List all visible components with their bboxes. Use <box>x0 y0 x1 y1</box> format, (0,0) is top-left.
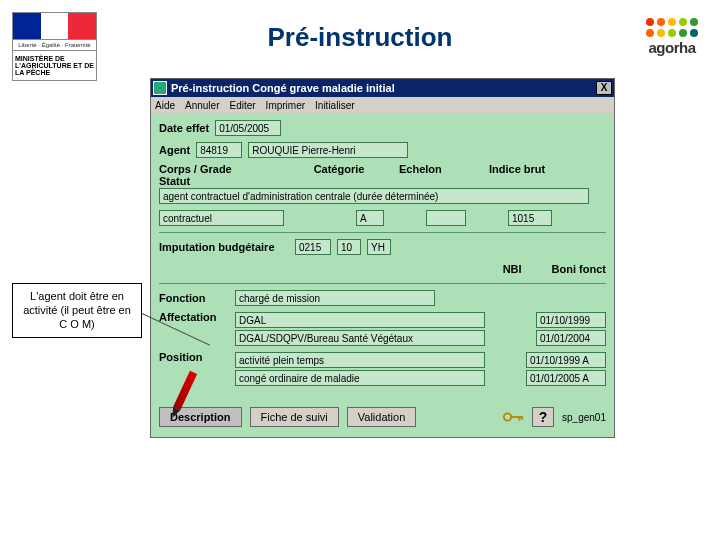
field-agent-id[interactable]: 84819 <box>196 142 242 158</box>
field-date-effet[interactable]: 01/05/2005 <box>215 120 281 136</box>
label-indice-brut: Indice brut <box>489 163 545 175</box>
field-affect1-date[interactable]: 01/10/1999 <box>536 312 606 328</box>
svg-rect-1 <box>511 416 522 418</box>
app-window: Pré-instruction Congé grave maladie init… <box>150 78 615 438</box>
field-pos1-date[interactable]: 01/10/1999 A <box>526 352 606 368</box>
label-nbi: NBI <box>503 263 522 275</box>
field-fonction[interactable]: chargé de mission <box>235 290 435 306</box>
page-title: Pré-instruction <box>0 22 720 53</box>
label-agent: Agent <box>159 144 190 156</box>
label-categorie: Catégorie <box>314 163 365 175</box>
label-imputation: Imputation budgétaire <box>159 241 289 253</box>
tab-fiche-suivi[interactable]: Fiche de suivi <box>250 407 339 427</box>
label-corps-grade: Corps / Grade <box>159 163 232 175</box>
field-imp1[interactable]: 0215 <box>295 239 331 255</box>
window-icon <box>153 81 167 95</box>
menu-aide[interactable]: Aide <box>155 100 175 111</box>
svg-point-0 <box>504 413 511 420</box>
status-id: sp_gen01 <box>562 412 606 423</box>
field-pos1[interactable]: activité plein temps <box>235 352 485 368</box>
help-button[interactable]: ? <box>532 407 554 427</box>
field-echelon[interactable] <box>426 210 466 226</box>
menu-editer[interactable]: Editer <box>229 100 255 111</box>
field-affect1[interactable]: DGAL <box>235 312 485 328</box>
field-imp3[interactable]: YH <box>367 239 391 255</box>
field-pos2-date[interactable]: 01/01/2005 A <box>526 370 606 386</box>
key-icon <box>502 409 524 425</box>
menu-annuler[interactable]: Annuler <box>185 100 219 111</box>
field-corps-grade[interactable]: agent contractuel d'administration centr… <box>159 188 589 204</box>
window-title: Pré-instruction Congé grave maladie init… <box>171 82 395 94</box>
label-fonction: Fonction <box>159 292 229 304</box>
close-button[interactable]: X <box>596 81 612 95</box>
label-boni-fonct: Boni fonct <box>552 263 606 275</box>
callout-note: L'agent doit être en activité (il peut ê… <box>12 283 142 338</box>
label-echelon: Echelon <box>399 163 442 175</box>
field-pos2[interactable]: congé ordinaire de maladie <box>235 370 485 386</box>
menubar: Aide Annuler Editer Imprimer Initialiser <box>151 97 614 113</box>
field-affect2[interactable]: DGAL/SDQPV/Bureau Santé Végétaux <box>235 330 485 346</box>
field-statut[interactable]: contractuel <box>159 210 284 226</box>
svg-rect-3 <box>521 416 523 420</box>
label-date-effet: Date effet <box>159 122 209 134</box>
window-titlebar: Pré-instruction Congé grave maladie init… <box>151 79 614 97</box>
svg-rect-2 <box>519 416 521 421</box>
label-position: Position <box>159 351 229 363</box>
field-affect2-date[interactable]: 01/01/2004 <box>536 330 606 346</box>
field-indice-brut[interactable]: 1015 <box>508 210 552 226</box>
label-statut: Statut <box>159 175 190 187</box>
field-categorie[interactable]: A <box>356 210 384 226</box>
tab-validation[interactable]: Validation <box>347 407 417 427</box>
menu-imprimer[interactable]: Imprimer <box>266 100 305 111</box>
label-affectation: Affectation <box>159 311 229 323</box>
menu-initialiser[interactable]: Initialiser <box>315 100 354 111</box>
logo-ministry-name: MINISTÈRE DE L'AGRICULTURE ET DE LA PÊCH… <box>12 51 97 81</box>
field-imp2[interactable]: 10 <box>337 239 361 255</box>
field-agent-name[interactable]: ROUQUIE Pierre-Henri <box>248 142 408 158</box>
